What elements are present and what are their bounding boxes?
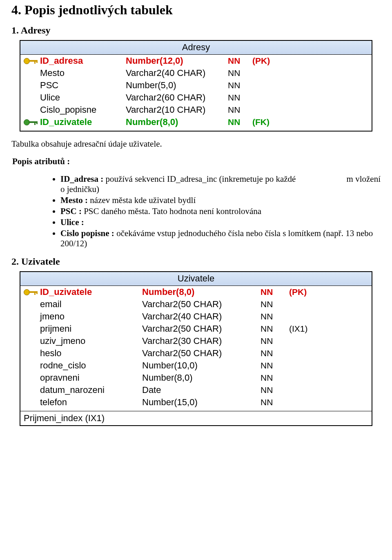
row-type: Varchar2(60 CHAR) [126,92,228,103]
row-type: Varchar2(30 CHAR) [142,336,261,346]
table-row: telefonNumber(15,0)NN [24,396,368,408]
table-row: ID_adresaNumber(12,0)NN(PK) [24,55,368,67]
key-icon [24,58,38,64]
attr-label: ID_adresa : [60,174,105,184]
list-item: Ulice : [60,217,381,228]
table-row: ID_uzivateleNumber(8,0)NN(PK) [24,286,368,298]
table-row: MestoVarchar2(40 CHAR)NN [24,67,368,79]
row-type: Date [142,385,261,395]
subheading-adresy: 1. Adresy [11,25,381,36]
row-type: Number(5,0) [126,80,228,91]
row-name: prijmeni [40,324,142,334]
list-item: ID_adresa : používá sekvenci ID_adresa_i… [60,174,381,194]
row-extra: (IX1) [289,324,318,334]
row-name: PSC [40,80,126,91]
row-name: Cislo_popisne [40,105,126,115]
row-nn: NN [228,117,252,127]
attr-label: Cislo popisne : [60,228,114,238]
row-nn: NN [261,299,289,309]
row-nn: NN [261,373,289,383]
db-table-index: Prijmeni_index (IX1) [20,411,372,425]
row-name: opravneni [40,373,142,383]
attr-desc-cont: o jedničku) [60,184,381,194]
row-type: Number(12,0) [126,56,228,66]
attr-desc: název města kde uživatel bydlí [88,195,196,205]
row-extra: (PK) [289,287,318,297]
row-icon [24,58,40,64]
table-row: hesloVarchar2(50 CHAR)NN [24,347,368,359]
row-name: Ulice [40,92,126,103]
row-nn: NN [261,312,289,321]
row-name: datum_narozeni [40,385,142,395]
attribute-list: ID_adresa : používá sekvenci ID_adresa_i… [60,174,381,249]
table-row: datum_narozeniDateNN [24,384,368,396]
row-type: Number(10,0) [142,360,261,371]
row-type: Varchar2(40 CHAR) [142,311,261,322]
row-nn: NN [261,324,289,334]
subheading-uzivatele: 2. Uzivatele [11,256,381,267]
table-row: UliceVarchar2(60 CHAR)NN [24,91,368,104]
table-row: Cislo_popisneVarchar2(10 CHAR)NN [24,104,368,116]
table-row: rodne_cisloNumber(10,0)NN [24,359,368,372]
row-type: Varchar2(50 CHAR) [142,324,261,334]
table-row: jmenoVarchar2(40 CHAR)NN [24,310,368,323]
row-nn: NN [261,361,289,370]
row-name: email [40,299,142,310]
table-row: uziv_jmenoVarchar2(30 CHAR)NN [24,335,368,347]
attr-label: PSC : [60,206,82,216]
key-icon [24,119,38,125]
list-item: Cislo popisne : očekáváme vstup jednoduc… [60,228,381,249]
row-name: rodne_cislo [40,360,142,371]
attr-desc: používá sekvenci ID_adresa_inc (inkremet… [105,174,296,184]
row-nn: NN [261,348,289,358]
db-table-uzivatele: Uzivatele ID_uzivateleNumber(8,0)NN(PK)e… [20,271,372,426]
db-table-title: Adresy [20,41,372,55]
popis-atributu-heading: Popis atributů : [12,156,381,167]
list-item: Mesto : název města kde uživatel bydlí [60,195,381,205]
row-type: Varchar2(40 CHAR) [126,68,228,78]
table-row: PSCNumber(5,0)NN [24,79,368,91]
row-type: Number(8,0) [142,373,261,383]
db-table-title: Uzivatele [20,272,372,286]
row-nn: NN [228,93,252,103]
row-name: ID_adresa [40,56,126,66]
section-heading: 4. Popis jednotlivých tabulek [11,2,381,18]
db-table-adresy: Adresy ID_adresaNumber(12,0)NN(PK)MestoV… [20,40,372,132]
row-type: Varchar2(10 CHAR) [126,105,228,115]
row-name: telefon [40,397,142,408]
list-item: PSC : PSC daného města. Tato hodnota nen… [60,206,381,216]
row-icon [24,289,40,295]
row-icon [24,119,40,125]
table-row: prijmeniVarchar2(50 CHAR)NN(IX1) [24,323,368,335]
table-row: opravneniNumber(8,0)NN [24,372,368,384]
row-name: heslo [40,348,142,359]
row-nn: NN [228,105,252,115]
table-row: ID_uzivateleNumber(8,0)NN(FK) [24,116,368,128]
attr-desc: PSC daného města. Tato hodnota není kont… [82,206,261,216]
row-name: ID_uzivatele [40,287,142,297]
row-extra: (PK) [252,56,289,66]
table1-caption: Tabulka obsahuje adresační údaje uživate… [11,139,381,149]
attr-label: Ulice : [60,217,84,227]
attr-tail: m vložení [330,174,381,184]
row-name: ID_uzivatele [40,117,126,127]
row-type: Number(8,0) [142,287,261,297]
row-type: Varchar2(50 CHAR) [142,299,261,310]
row-nn: NN [261,287,289,297]
row-type: Varchar2(50 CHAR) [142,348,261,359]
row-name: jmeno [40,311,142,322]
row-name: Mesto [40,68,126,78]
attr-label: Mesto : [60,195,88,205]
key-icon [24,289,38,295]
table-row: emailVarchar2(50 CHAR)NN [24,298,368,310]
row-extra: (FK) [252,117,289,127]
row-nn: NN [228,56,252,66]
row-type: Number(8,0) [126,117,228,127]
row-type: Number(15,0) [142,397,261,408]
row-nn: NN [228,68,252,78]
row-nn: NN [228,80,252,90]
row-nn: NN [261,397,289,407]
row-nn: NN [261,385,289,395]
row-nn: NN [261,336,289,346]
row-name: uziv_jmeno [40,336,142,346]
